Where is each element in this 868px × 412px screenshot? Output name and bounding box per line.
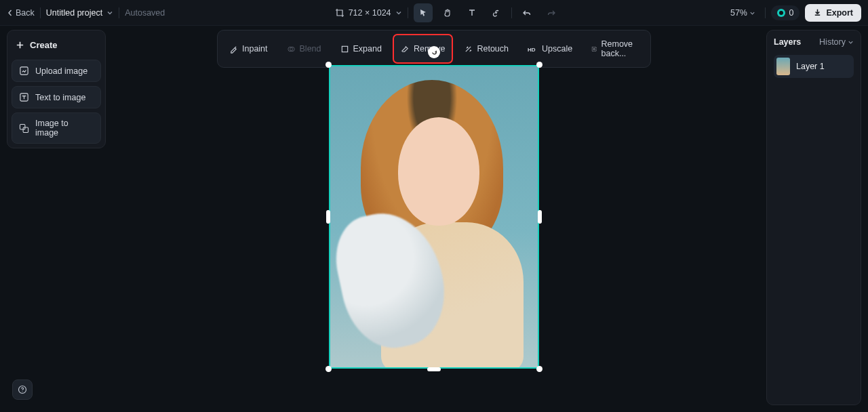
image-to-image-label: Image to image	[35, 119, 94, 138]
undo-button[interactable]	[517, 3, 536, 22]
image-to-image-button[interactable]: Image to image	[12, 112, 101, 144]
link-tool[interactable]	[487, 3, 506, 22]
project-name-label: Untitled project	[46, 8, 102, 18]
expand-label: Expand	[353, 44, 382, 54]
resize-handle-bl[interactable]	[326, 366, 332, 372]
svg-rect-0	[20, 67, 28, 75]
retouch-icon	[464, 45, 473, 54]
zoom-display[interactable]: 57%	[730, 8, 756, 18]
divider	[765, 7, 766, 18]
remove-bg-icon	[591, 45, 597, 54]
svg-rect-8	[592, 47, 596, 51]
svg-rect-6	[342, 46, 347, 52]
svg-rect-3	[23, 127, 28, 133]
expand-button[interactable]: Expand	[332, 34, 390, 64]
resize-handle-br[interactable]	[536, 366, 542, 372]
text-to-image-label: Text to image	[35, 93, 85, 102]
svg-rect-2	[20, 124, 25, 129]
pointer-tool[interactable]	[414, 3, 433, 22]
top-bar: Back Untitled project Autosaved 712 × 10…	[0, 0, 868, 26]
left-panel: Create Upload image Text to image Image …	[7, 30, 106, 148]
layers-title: Layers	[774, 37, 801, 47]
pointer-icon	[418, 8, 428, 18]
resize-handle-l[interactable]	[326, 210, 330, 224]
upscale-label: Upscale	[542, 44, 572, 54]
history-tab[interactable]: History	[819, 37, 854, 47]
eraser-icon	[401, 45, 410, 54]
autosave-status: Autosaved	[125, 8, 165, 18]
text-to-image-icon	[19, 92, 29, 102]
link-icon	[492, 8, 501, 18]
canvas-size-label: 712 × 1024	[349, 8, 391, 18]
back-label: Back	[16, 8, 35, 18]
canvas-selection[interactable]	[329, 65, 539, 369]
export-button[interactable]: Export	[805, 4, 861, 22]
back-button[interactable]: Back	[7, 8, 35, 18]
credit-icon	[777, 9, 785, 17]
redo-icon	[547, 8, 556, 18]
project-name-dropdown[interactable]: Untitled project	[46, 8, 113, 18]
retouch-button[interactable]: Retouch	[456, 34, 517, 64]
hand-icon	[443, 8, 452, 18]
divider	[408, 7, 408, 18]
upload-image-icon	[19, 66, 29, 76]
rotate-handle[interactable]	[428, 46, 440, 58]
inpaint-icon	[229, 45, 238, 54]
hd-icon: HD	[528, 45, 538, 53]
resize-handle-tl[interactable]	[326, 62, 332, 68]
undo-icon	[522, 8, 532, 18]
create-header[interactable]: Create	[12, 35, 101, 56]
remove-button[interactable]: Remove	[393, 34, 454, 64]
layer-thumbnail	[776, 58, 790, 75]
hand-tool[interactable]	[438, 3, 457, 22]
inpaint-label: Inpaint	[242, 44, 268, 54]
text-icon	[467, 8, 477, 18]
remove-background-button[interactable]: Remove back...	[583, 34, 647, 64]
create-label: Create	[30, 40, 57, 50]
image-content	[398, 117, 479, 226]
text-tool[interactable]	[462, 3, 481, 22]
help-button[interactable]	[12, 379, 33, 400]
image-to-image-icon	[19, 123, 29, 133]
retouch-label: Retouch	[477, 44, 509, 54]
upscale-button[interactable]: HD Upscale	[519, 34, 580, 64]
rotate-icon	[431, 49, 438, 56]
divider	[119, 7, 119, 18]
plus-icon	[16, 41, 24, 49]
remove-bg-label: Remove back...	[601, 39, 639, 58]
svg-point-11	[22, 391, 22, 392]
divider	[511, 7, 512, 18]
resize-handle-r[interactable]	[538, 210, 542, 224]
text-to-image-button[interactable]: Text to image	[12, 86, 101, 108]
chevron-left-icon	[7, 9, 14, 16]
right-panel: Layers History Layer 1	[766, 30, 861, 405]
svg-point-9	[593, 48, 595, 49]
canvas-size-control[interactable]: 712 × 1024	[335, 8, 402, 18]
chevron-down-icon	[395, 9, 402, 16]
history-label: History	[819, 37, 846, 47]
divider	[40, 7, 41, 18]
help-icon	[18, 385, 27, 394]
chevron-down-icon	[848, 39, 854, 45]
chevron-down-icon	[106, 9, 113, 16]
credits-pill[interactable]: 0	[771, 5, 800, 20]
credits-value: 0	[789, 8, 793, 18]
download-icon	[813, 8, 822, 17]
blend-icon	[287, 45, 296, 54]
canvas-image[interactable]	[329, 65, 539, 369]
layer-name: Layer 1	[796, 62, 825, 71]
resize-handle-b[interactable]	[427, 367, 441, 371]
redo-button[interactable]	[542, 3, 561, 22]
export-label: Export	[826, 8, 853, 18]
layer-item-1[interactable]: Layer 1	[774, 55, 854, 78]
chevron-down-icon	[749, 10, 755, 16]
blend-button: Blend	[279, 34, 330, 64]
inpaint-button[interactable]: Inpaint	[221, 34, 276, 64]
blend-label: Blend	[300, 44, 321, 54]
svg-text:HD: HD	[528, 47, 536, 53]
crop-icon	[335, 8, 344, 18]
upload-image-button[interactable]: Upload image	[12, 60, 101, 82]
resize-handle-tr[interactable]	[536, 62, 542, 68]
expand-icon	[340, 45, 349, 54]
upload-image-label: Upload image	[35, 66, 87, 76]
